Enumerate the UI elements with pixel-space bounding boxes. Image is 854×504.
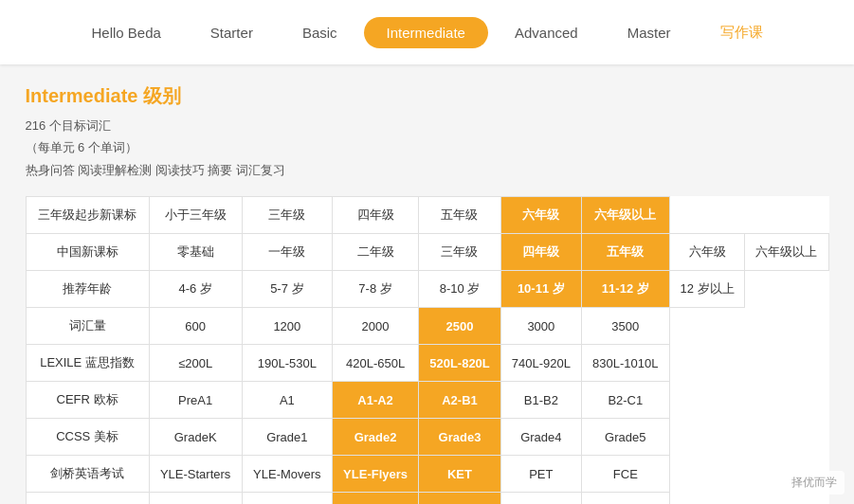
table-cell: 740L-920L xyxy=(500,345,581,382)
row-header-1: 中国新课标 xyxy=(26,234,149,271)
main-content: Intermediate 级别 216 个目标词汇 （每单元 6 个单词） 热身… xyxy=(10,83,845,504)
nav-item-master[interactable]: Master xyxy=(605,17,694,48)
nav-item-basic[interactable]: Basic xyxy=(280,17,360,48)
nav-item-starter[interactable]: Starter xyxy=(188,17,276,48)
table-row: CCSS 美标GradeKGrade1Grade2Grade3Grade4Gra… xyxy=(26,419,828,456)
row-header-2: 推荐年龄 xyxy=(26,271,149,308)
table-cell: FCE xyxy=(581,456,669,493)
table-cell: A1-A2 xyxy=(332,382,418,419)
table-row: 剑桥英语考试YLE-StartersYLE-MoversYLE-FlyersKE… xyxy=(26,456,828,493)
table-cell: 一年级 xyxy=(242,234,332,271)
section-title: Intermediate 级别 xyxy=(26,83,829,109)
nav-item-写作课[interactable]: 写作课 xyxy=(698,16,786,49)
table-cell: PET xyxy=(500,456,581,493)
table-cell: 六年级以上 xyxy=(745,234,828,271)
table-cell: Grade1 xyxy=(242,419,332,456)
nav-item-advanced[interactable]: Advanced xyxy=(492,17,601,48)
table-cell: 11-12 岁 xyxy=(581,271,669,308)
table-cell: 零基础 xyxy=(149,234,242,271)
table-cell: 2500 xyxy=(419,308,501,345)
table-row: 词汇量60012002000250030003500 xyxy=(26,308,828,345)
row-header-3: 词汇量 xyxy=(26,308,149,345)
table-cell: 4-6 岁 xyxy=(149,271,242,308)
table-cell: Grade5 xyxy=(581,493,669,504)
table-cell: 二年级 xyxy=(332,234,418,271)
table-row: 三年级起步新课标小于三年级三年级四年级五年级六年级六年级以上 xyxy=(26,197,828,234)
desc-line1: 216 个目标词汇 xyxy=(26,118,111,133)
table-cell: GradeK xyxy=(149,493,242,504)
watermark: 择优而学 xyxy=(784,471,845,495)
table-cell: Grade2 xyxy=(332,419,418,456)
nav-items: Hello BedaStarterBasicIntermediateAdvanc… xyxy=(68,16,785,49)
table-cell: Grade4 xyxy=(500,493,581,504)
table-cell: B2-C1 xyxy=(581,382,669,419)
table-cell: 420L-650L xyxy=(332,345,418,382)
table-cell: Grade4 xyxy=(500,419,581,456)
table-cell: YLE-Starters xyxy=(149,456,242,493)
navbar: Hello BedaStarterBasicIntermediateAdvanc… xyxy=(0,0,854,64)
row-header-8: Reading wonders xyxy=(26,493,149,504)
table-cell: 8-10 岁 xyxy=(419,271,501,308)
table-cell: 六年级 xyxy=(500,197,581,234)
table-cell: 10-11 岁 xyxy=(500,271,581,308)
table-row: 中国新课标零基础一年级二年级三年级四年级五年级六年级六年级以上 xyxy=(26,234,828,271)
table-cell: 1200 xyxy=(242,308,332,345)
table-cell: Grade2 xyxy=(332,493,418,504)
table-cell: 600 xyxy=(149,308,242,345)
table-cell: 5-7 岁 xyxy=(242,271,332,308)
table-row: Reading wondersGradeKGrade1Grade2Grade3G… xyxy=(26,493,828,504)
table-cell: 830L-1010L xyxy=(581,345,669,382)
section-desc: 216 个目标词汇 （每单元 6 个单词） 热身问答 阅读理解检测 阅读技巧 摘… xyxy=(26,115,829,181)
table-cell: Grade3 xyxy=(419,493,501,504)
table-cell: YLE-Flyers xyxy=(332,456,418,493)
table-cell: ≤200L xyxy=(149,345,242,382)
table-cell: 五年级 xyxy=(581,234,669,271)
table-cell: 12 岁以上 xyxy=(669,271,745,308)
desc-line3: 热身问答 阅读理解检测 阅读技巧 摘要 词汇复习 xyxy=(26,163,285,177)
table-row: 推荐年龄4-6 岁5-7 岁7-8 岁8-10 岁10-11 岁11-12 岁1… xyxy=(26,271,828,308)
table-cell: 小于三年级 xyxy=(149,197,242,234)
table-cell: 四年级 xyxy=(332,197,418,234)
nav-item-intermediate[interactable]: Intermediate xyxy=(364,17,488,48)
table-cell: 3500 xyxy=(581,308,669,345)
table-cell: 四年级 xyxy=(500,234,581,271)
nav-item-hello-beda[interactable]: Hello Beda xyxy=(68,17,183,48)
table-row: CEFR 欧标PreA1A1A1-A2A2-B1B1-B2B2-C1 xyxy=(26,382,828,419)
row-header-6: CCSS 美标 xyxy=(26,419,149,456)
table-cell: 五年级 xyxy=(419,197,501,234)
row-header-5: CEFR 欧标 xyxy=(26,382,149,419)
table-cell: A2-B1 xyxy=(419,382,501,419)
table-cell: 三年级 xyxy=(419,234,501,271)
row-header-7: 剑桥英语考试 xyxy=(26,456,149,493)
table-cell: KET xyxy=(419,456,501,493)
table-cell: B1-B2 xyxy=(500,382,581,419)
desc-line2: （每单元 6 个单词） xyxy=(26,140,137,154)
table-row: LEXILE 蓝思指数≤200L190L-530L420L-650L520L-8… xyxy=(26,345,828,382)
table-cell: GradeK xyxy=(149,419,242,456)
table-cell: YLE-Movers xyxy=(242,456,332,493)
table-cell: Grade1 xyxy=(242,493,332,504)
table-cell: PreA1 xyxy=(149,382,242,419)
table-cell: 2000 xyxy=(332,308,418,345)
table-cell: 六年级以上 xyxy=(581,197,669,234)
table-cell: A1 xyxy=(242,382,332,419)
table-cell: 190L-530L xyxy=(242,345,332,382)
table-cell: 520L-820L xyxy=(419,345,501,382)
table-cell: 7-8 岁 xyxy=(332,271,418,308)
row-header-4: LEXILE 蓝思指数 xyxy=(26,345,149,382)
table-cell: Grade3 xyxy=(419,419,501,456)
table-cell: 三年级 xyxy=(242,197,332,234)
row-header-0: 三年级起步新课标 xyxy=(26,197,149,234)
table-cell: Grade5 xyxy=(581,419,669,456)
table-cell: 3000 xyxy=(500,308,581,345)
comparison-table: 三年级起步新课标小于三年级三年级四年级五年级六年级六年级以上中国新课标零基础一年… xyxy=(26,196,829,504)
table-cell: 六年级 xyxy=(669,234,745,271)
